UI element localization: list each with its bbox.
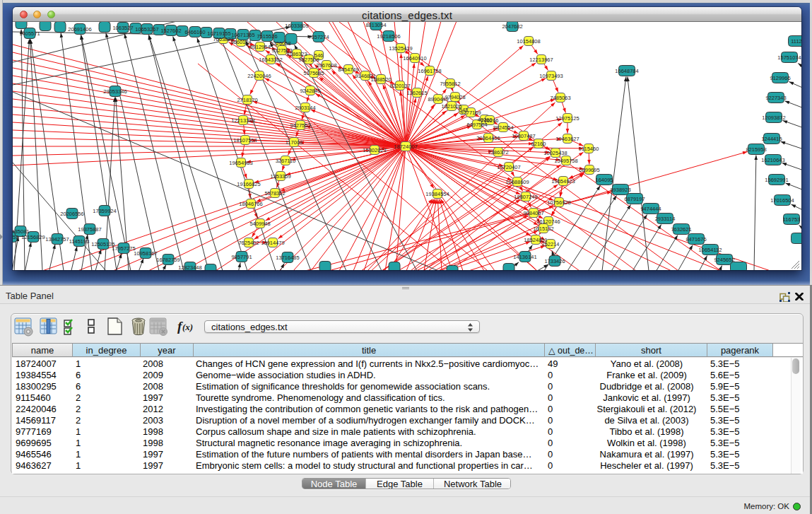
svg-text:10688609: 10688609	[505, 179, 529, 185]
svg-text:8912954: 8912954	[249, 44, 270, 50]
svg-text:9242845: 9242845	[300, 88, 320, 94]
svg-text:8471676: 8471676	[686, 236, 706, 243]
svg-text:12213967: 12213967	[529, 57, 553, 63]
svg-text:8215958: 8215958	[746, 146, 766, 153]
svg-text:20364456: 20364456	[476, 135, 500, 141]
svg-text:16033809: 16033809	[285, 23, 308, 29]
svg-text:9794028: 9794028	[445, 94, 465, 100]
svg-text:10807487: 10807487	[512, 133, 535, 139]
svg-text:5175685: 5175685	[303, 70, 324, 76]
svg-text:8938923: 8938923	[610, 187, 630, 193]
svg-text:164095: 164095	[595, 177, 613, 183]
svg-text:62160: 62160	[531, 141, 546, 147]
svg-text:12156829: 12156829	[21, 234, 45, 240]
svg-text:19375887: 19375887	[78, 226, 101, 233]
svg-text:2047682: 2047682	[502, 23, 522, 30]
svg-text:16120746: 16120746	[536, 218, 560, 225]
svg-text:19654983: 19654983	[229, 160, 252, 166]
svg-text:5578312: 5578312	[264, 190, 285, 197]
svg-text:1405571: 1405571	[19, 30, 40, 37]
svg-text:13942757: 13942757	[45, 236, 69, 243]
svg-text:10958167: 10958167	[134, 250, 157, 257]
svg-text:6879197: 6879197	[624, 196, 645, 202]
svg-text:1145193: 1145193	[69, 238, 90, 245]
svg-text:1063527: 1063527	[112, 25, 133, 31]
svg-text:9227343: 9227343	[765, 95, 786, 101]
svg-text:0899695: 0899695	[579, 167, 599, 173]
svg-text:7386372: 7386372	[488, 149, 508, 156]
svg-text:10973493: 10973493	[539, 73, 563, 79]
svg-text:7955812: 7955812	[440, 81, 460, 87]
svg-text:1527602: 1527602	[160, 28, 181, 34]
svg-text:16961758: 16961758	[418, 68, 441, 74]
svg-text:17957275: 17957275	[112, 245, 135, 252]
svg-text:9115460: 9115460	[579, 146, 599, 152]
svg-text:16543362: 16543362	[259, 57, 282, 63]
svg-text:10025438: 10025438	[543, 150, 567, 156]
svg-text:14136141: 14136141	[513, 254, 536, 260]
svg-text:1733426: 1733426	[544, 258, 565, 264]
svg-text:10653267: 10653267	[135, 26, 158, 33]
svg-text:10154808: 10154808	[517, 38, 540, 45]
svg-text:2967608: 2967608	[316, 62, 336, 69]
svg-text:9474444: 9474444	[640, 206, 661, 212]
svg-text:9129966: 9129966	[770, 75, 790, 81]
svg-text:18807249: 18807249	[514, 194, 537, 200]
svg-text:7485063: 7485063	[550, 95, 570, 101]
svg-text:746266: 746266	[481, 117, 498, 124]
svg-text:7515526: 7515526	[257, 33, 277, 40]
svg-text:2718170: 2718170	[237, 97, 257, 103]
svg-text:2903144: 2903144	[295, 105, 315, 111]
svg-text:19463627: 19463627	[555, 136, 579, 142]
svg-text:16640910: 16640910	[403, 55, 426, 62]
svg-text:16782759: 16782759	[156, 257, 180, 263]
svg-text:18107554: 18107554	[233, 137, 257, 144]
svg-text:8220137: 8220137	[389, 83, 410, 89]
svg-text:16914479: 16914479	[261, 240, 284, 246]
svg-text:2933114: 2933114	[655, 216, 676, 222]
svg-text:10756928: 10756928	[547, 199, 570, 206]
svg-text:8660124: 8660124	[230, 39, 251, 45]
svg-text:10654112: 10654112	[699, 247, 722, 253]
svg-text:9427552: 9427552	[290, 122, 310, 129]
svg-text:16648784: 16648784	[615, 68, 638, 74]
svg-text:117008: 117008	[286, 139, 302, 146]
svg-text:9777169: 9777169	[460, 110, 481, 116]
svg-text:19654923: 19654923	[551, 178, 575, 185]
svg-text:18724007: 18724007	[394, 144, 417, 150]
svg-text:39153: 39153	[13, 234, 18, 240]
svg-text:22420046: 22420046	[247, 73, 271, 79]
svg-text:(x): (x)	[182, 322, 193, 332]
svg-text:6466160: 6466160	[184, 29, 205, 35]
svg-text:10719155: 10719155	[207, 30, 230, 37]
svg-text:5226058: 5226058	[270, 40, 290, 47]
svg-text:12213383: 12213383	[231, 117, 254, 124]
svg-text:12093872: 12093872	[762, 115, 785, 121]
svg-text:15751074: 15751074	[777, 54, 801, 61]
svg-text:16210643: 16210643	[761, 157, 784, 163]
svg-text:17016504: 17016504	[770, 197, 794, 204]
svg-text:1353359: 1353359	[270, 173, 290, 180]
svg-text:7625402: 7625402	[238, 240, 259, 246]
svg-text:12823448: 12823448	[178, 264, 201, 271]
svg-text:1112: 1112	[791, 38, 801, 45]
svg-text:15495758: 15495758	[554, 158, 577, 164]
svg-text:19218506: 19218506	[377, 33, 400, 40]
svg-text:116753: 116753	[783, 216, 800, 223]
svg-text:18046766: 18046766	[239, 201, 262, 207]
svg-text:546: 546	[314, 52, 324, 59]
svg-text:9857791: 9857791	[231, 254, 252, 260]
svg-text:9084067: 9084067	[523, 210, 543, 216]
svg-text:1588520: 1588520	[370, 76, 391, 83]
svg-text:15692991: 15692991	[765, 177, 788, 183]
svg-text:3824554: 3824554	[493, 124, 513, 131]
svg-text:1362615: 1362615	[406, 90, 427, 96]
svg-text:7357274: 7357274	[308, 34, 329, 40]
svg-text:19384554: 19384554	[425, 191, 449, 197]
svg-text:5409948: 5409948	[249, 221, 270, 227]
svg-text:13525419: 13525419	[389, 45, 412, 52]
svg-text:1615132: 1615132	[533, 226, 553, 232]
svg-text:20691406: 20691406	[68, 26, 91, 33]
svg-text:10671355: 10671355	[231, 32, 254, 38]
svg-text:1244415: 1244415	[761, 136, 782, 142]
